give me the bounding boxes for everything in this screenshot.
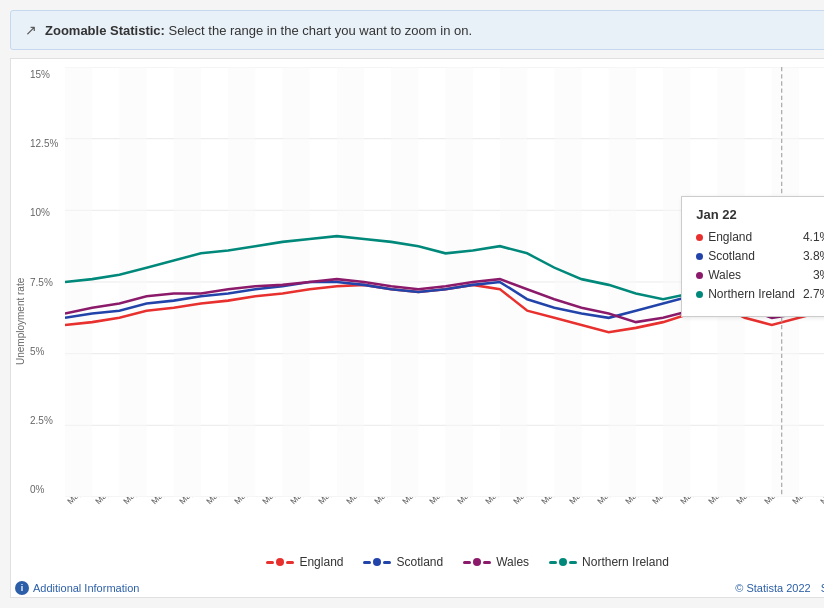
svg-rect-10 [228, 67, 255, 497]
x-tick: May 97 [204, 497, 231, 506]
svg-rect-9 [174, 67, 201, 497]
y-tick: 15% [30, 69, 65, 80]
x-tick: May 04 [400, 497, 427, 506]
y-tick: 10% [30, 207, 65, 218]
y-axis-label: Unemployment rate [11, 67, 30, 575]
y-tick: 0% [30, 484, 65, 495]
tooltip-title: Jan 22 [696, 207, 824, 222]
x-tick: May 01 [316, 497, 343, 506]
tooltip-scotland-label: Scotland [708, 249, 755, 263]
scotland-dot [696, 253, 703, 260]
tooltip-row-wales: Wales 3% [696, 268, 824, 282]
svg-rect-16 [554, 67, 581, 497]
chart-container: Unemployment rate 0% 2.5% 5% 7.5% 10% 12… [10, 58, 824, 598]
zoom-icon: ↗ [25, 22, 37, 38]
legend-england-label: England [299, 555, 343, 569]
ni-dot [696, 291, 703, 298]
x-tick: May 12 [623, 497, 650, 506]
svg-rect-8 [119, 67, 146, 497]
chart-legend: England Scotland [30, 549, 824, 575]
x-tick: May 14 [678, 497, 705, 506]
y-axis-ticks: 0% 2.5% 5% 7.5% 10% 12.5% 15% [30, 67, 65, 497]
show-source-button[interactable]: Show source i [821, 582, 824, 595]
x-tick: May 16 [734, 497, 761, 506]
zoomable-banner: ↗ Zoomable Statistic: Select the range i… [10, 10, 824, 50]
x-tick: May 10 [567, 497, 594, 506]
x-tick: May 08 [511, 497, 538, 506]
x-tick: May 07 [483, 497, 510, 506]
y-tick: 12.5% [30, 138, 65, 149]
x-tick: May 06 [455, 497, 482, 506]
tooltip-row-england: England 4.1% [696, 230, 824, 244]
x-tick: May 17 [762, 497, 789, 506]
x-tick: May 02 [344, 497, 371, 506]
x-tick: May 18 [790, 497, 817, 506]
legend-ni-label: Northern Ireland [582, 555, 669, 569]
chart-tooltip: Jan 22 England 4.1% [681, 196, 824, 317]
legend-wales-label: Wales [496, 555, 529, 569]
chart-plot-area[interactable]: Jan 22 England 4.1% [65, 67, 824, 497]
legend-item-wales: Wales [463, 555, 529, 569]
statista-credit: © Statista 2022 [735, 582, 810, 594]
svg-rect-13 [391, 67, 418, 497]
tooltip-scotland-value: 3.8% [803, 249, 824, 263]
legend-scotland-label: Scotland [396, 555, 443, 569]
y-tick: 2.5% [30, 415, 65, 426]
england-dot [696, 234, 703, 241]
tooltip-row-scotland: Scotland 3.8% [696, 249, 824, 263]
x-tick: May 05 [427, 497, 454, 506]
additional-info-button[interactable]: i Additional Information [15, 581, 139, 595]
tooltip-england-label: England [708, 230, 752, 244]
x-tick: May 94 [121, 497, 148, 506]
x-tick: May 92 [65, 497, 92, 506]
x-tick: May 11 [595, 497, 622, 506]
tooltip-row-ni: Northern Ireland 2.7% [696, 287, 824, 301]
tooltip-england-value: 4.1% [803, 230, 824, 244]
chart-footer: i Additional Information © Statista 2022… [11, 575, 824, 597]
tooltip-ni-value: 2.7% [803, 287, 824, 301]
y-tick: 5% [30, 346, 65, 357]
x-tick: May 09 [539, 497, 566, 506]
legend-item-scotland: Scotland [363, 555, 443, 569]
svg-rect-15 [500, 67, 527, 497]
tooltip-wales-value: 3% [813, 268, 824, 282]
x-tick: May 00 [288, 497, 315, 506]
x-tick: May 95 [149, 497, 176, 506]
banner-text: Zoomable Statistic: Select the range in … [45, 23, 472, 38]
info-icon: i [15, 581, 29, 595]
y-tick: 7.5% [30, 277, 65, 288]
svg-rect-17 [609, 67, 636, 497]
x-tick: May 98 [232, 497, 259, 506]
legend-item-ni: Northern Ireland [549, 555, 669, 569]
legend-item-england: England [266, 555, 343, 569]
x-tick: May 13 [650, 497, 677, 506]
tooltip-ni-label: Northern Ireland [708, 287, 795, 301]
additional-info-label: Additional Information [33, 582, 139, 594]
x-tick: May 96 [177, 497, 204, 506]
tooltip-wales-label: Wales [708, 268, 741, 282]
x-tick: May 19 [818, 497, 824, 506]
wales-dot [696, 272, 703, 279]
x-tick: May 93 [93, 497, 120, 506]
x-tick: May 03 [372, 497, 399, 506]
x-tick: May 99 [260, 497, 287, 506]
x-tick: May 15 [706, 497, 733, 506]
